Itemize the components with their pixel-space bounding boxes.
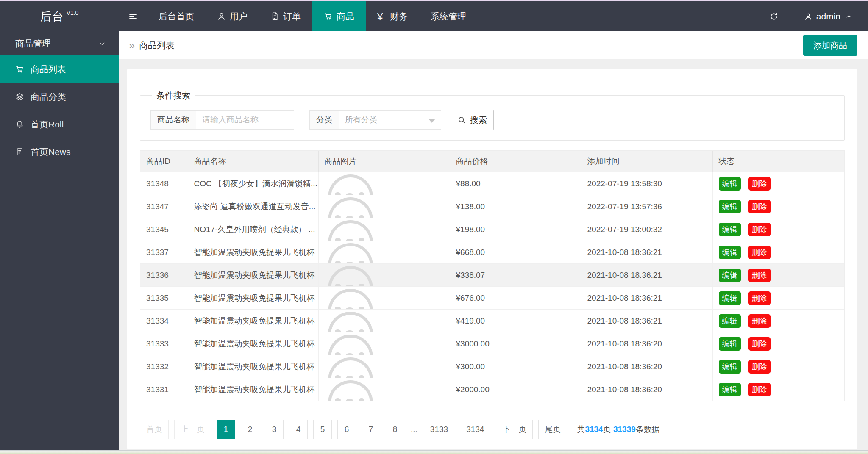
broken-image-icon	[328, 335, 373, 355]
sidebar-item-product-category[interactable]: 商品分类	[0, 83, 119, 111]
product-id-cell: 31331	[140, 378, 188, 401]
edit-button[interactable]: 编辑	[719, 223, 741, 236]
page-number-button[interactable]: 5	[313, 420, 332, 439]
topnav-item-label: 用户	[230, 11, 248, 22]
sidebar-item-home-news[interactable]: 首页News	[0, 138, 119, 166]
delete-button[interactable]: 删除	[748, 383, 771, 396]
edit-button[interactable]: 编辑	[719, 383, 741, 396]
user-menu[interactable]: admin	[791, 1, 868, 31]
broken-image-dot	[335, 352, 341, 355]
page-number-button[interactable]: 4	[289, 420, 308, 439]
broken-image-dot	[346, 216, 353, 218]
page-number-button[interactable]: 3134	[460, 420, 490, 439]
broken-image-dot	[359, 284, 364, 286]
page-number-button[interactable]: 1	[217, 420, 235, 439]
status-cell: 编辑删除	[712, 287, 844, 310]
broken-image-icon	[328, 380, 373, 401]
edit-button[interactable]: 编辑	[719, 337, 741, 351]
page-number-button[interactable]: 6	[337, 420, 356, 439]
sidebar-toggle-button[interactable]	[119, 1, 147, 31]
page-last-button[interactable]: 尾页	[538, 420, 567, 439]
delete-button[interactable]: 删除	[748, 269, 771, 282]
sidebar-item-label: 商品列表	[31, 64, 66, 75]
main-content: 条件搜索 商品名称 分类 所有分类 搜	[119, 59, 868, 450]
product-image-cell	[318, 195, 450, 218]
page-number-button[interactable]: 3	[265, 420, 284, 439]
edit-button[interactable]: 编辑	[719, 291, 741, 305]
topnav-item-label: 财务	[390, 11, 408, 22]
topnav-item-orders[interactable]: 订单	[259, 1, 312, 31]
broken-image-icon	[328, 243, 373, 263]
product-image-placeholder	[325, 195, 380, 218]
topnav-item-finance[interactable]: ¥财务	[366, 1, 419, 31]
refresh-button[interactable]	[757, 1, 791, 31]
topnav-item-users[interactable]: 用户	[206, 1, 259, 31]
delete-button[interactable]: 删除	[748, 291, 771, 305]
app-logo[interactable]: 后台 V1.0	[0, 1, 119, 31]
edit-button[interactable]: 编辑	[719, 246, 741, 259]
broken-image-dot	[359, 192, 364, 195]
delete-button[interactable]: 删除	[748, 337, 771, 351]
yen-icon: ¥	[377, 12, 386, 21]
product-price-cell: ¥419.00	[450, 310, 581, 332]
edit-button[interactable]: 编辑	[719, 200, 741, 213]
delete-button[interactable]: 删除	[748, 314, 771, 328]
edit-button[interactable]: 编辑	[719, 360, 741, 374]
sidebar-menu: 商品列表商品分类首页Roll首页News	[0, 55, 119, 166]
product-name-field-group: 商品名称	[150, 110, 294, 130]
broken-image-dot	[346, 285, 353, 286]
broken-image-dot	[359, 398, 364, 401]
select-caret-icon	[428, 119, 435, 123]
broken-image-dot	[346, 376, 353, 378]
admin-console: 后台 V1.0 后台首页用户订单商品¥财务系统管理 admin 商品管理 商品列…	[0, 0, 868, 454]
product-price-cell: ¥300.00	[450, 355, 581, 378]
product-name-input[interactable]	[196, 110, 294, 130]
broken-image-dot	[335, 375, 341, 378]
product-id-cell: 31334	[140, 310, 188, 332]
delete-button[interactable]: 删除	[748, 177, 771, 191]
topnav-item-system[interactable]: 系统管理	[419, 1, 478, 31]
status-cell: 编辑删除	[712, 355, 844, 378]
delete-button[interactable]: 删除	[748, 223, 771, 236]
chevron-down-icon	[98, 40, 106, 47]
column-header: 商品名称	[188, 151, 318, 172]
table-row: 31332智能加温震动夹吸免提果儿飞机杯¥300.002021-10-08 18…	[140, 355, 844, 378]
page-number-button[interactable]: 2	[241, 420, 259, 439]
product-price-cell: ¥138.00	[450, 195, 581, 218]
product-name-cell: 智能加温震动夹吸免提果儿飞机杯	[188, 241, 318, 264]
delete-button[interactable]: 删除	[748, 246, 771, 259]
pagination-summary-part: 31339	[613, 425, 636, 434]
category-select[interactable]: 所有分类	[339, 110, 441, 130]
table-row: 31334智能加温震动夹吸免提果儿飞机杯¥419.002021-10-08 18…	[140, 310, 844, 332]
document-icon	[270, 12, 279, 21]
delete-button[interactable]: 删除	[748, 200, 771, 213]
delete-button[interactable]: 删除	[748, 360, 771, 374]
sidebar-group-product-management[interactable]: 商品管理	[0, 31, 119, 55]
page-number-button[interactable]: 7	[362, 420, 380, 439]
page-next-button[interactable]: 下一页	[496, 420, 533, 439]
edit-button[interactable]: 编辑	[719, 269, 741, 282]
add-product-button[interactable]: 添加商品	[803, 35, 857, 56]
topnav-item-home[interactable]: 后台首页	[147, 1, 206, 31]
broken-image-icon	[328, 174, 373, 195]
column-header: 添加时间	[581, 151, 712, 172]
product-table-wrap: 商品ID商品名称商品图片商品价格添加时间状态 31348COC 【初夜少女】滴水…	[140, 150, 845, 401]
product-time-cell: 2021-10-08 18:36:21	[581, 287, 712, 310]
search-button[interactable]: 搜索	[451, 110, 494, 130]
sidebar-item-product-list[interactable]: 商品列表	[0, 55, 119, 83]
sidebar-item-home-roll[interactable]: 首页Roll	[0, 111, 119, 138]
edit-button[interactable]: 编辑	[719, 314, 741, 328]
topnav-item-products[interactable]: 商品	[312, 1, 366, 31]
edit-button[interactable]: 编辑	[719, 177, 741, 191]
product-name-cell: 智能加温震动夹吸免提果儿飞机杯	[188, 332, 318, 355]
page-number-button[interactable]: 3133	[424, 420, 454, 439]
page-prev-button[interactable]: 上一页	[174, 420, 211, 439]
page-first-button[interactable]: 首页	[140, 420, 169, 439]
topnav-item-label: 商品	[337, 11, 354, 22]
product-id-cell: 31347	[140, 195, 188, 218]
status-cell: 编辑删除	[712, 195, 844, 218]
page-number-button[interactable]: 8	[386, 420, 404, 439]
product-image-placeholder	[325, 287, 380, 309]
column-header: 状态	[712, 151, 844, 172]
search-icon	[457, 116, 466, 125]
